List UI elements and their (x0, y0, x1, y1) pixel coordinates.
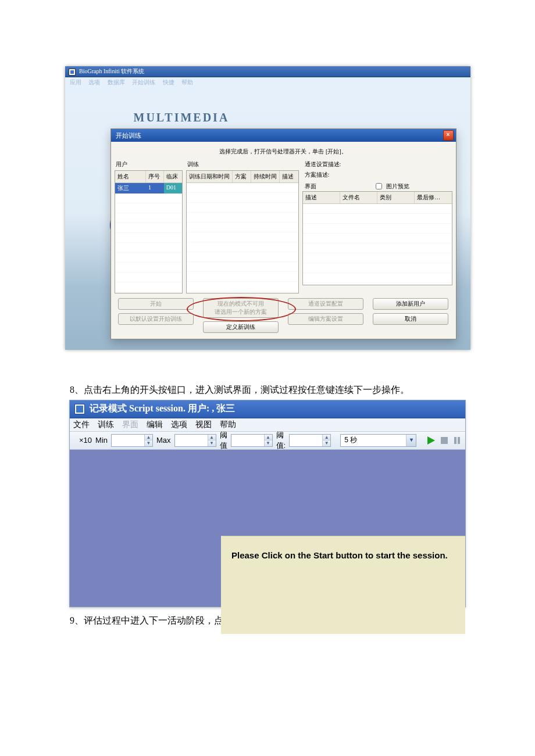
spin-up-icon[interactable]: ▲ (208, 435, 216, 441)
min-spinner[interactable]: ▲▼ (111, 434, 153, 447)
app-menubar: 应用 选项 数据库 开始训练 快捷 帮助 (65, 77, 470, 88)
spin-down-icon[interactable]: ▼ (144, 440, 152, 446)
app-title: BioGraph Infiniti 软件系统 (79, 68, 144, 74)
screenshot-record-mode: 记录模式 Script session. 用户: , 张三 文件 训练 界面 编… (69, 400, 466, 607)
label-train: 训练 (187, 160, 299, 169)
col-datetime: 训练日期和时间 (187, 171, 233, 182)
train-grid[interactable]: 训练日期和时间 方案 持续时间 描述 (186, 170, 299, 293)
max-input[interactable] (175, 435, 208, 446)
channel-config-button: 通道设置配置 (288, 298, 363, 310)
svg-rect-3 (458, 437, 460, 444)
start-banner-text: Please Click on the Start button to star… (231, 550, 448, 560)
start-button: 开始 (118, 298, 194, 310)
pause-icon (453, 436, 461, 445)
menu-option[interactable]: 选项 (171, 420, 187, 430)
cancel-button[interactable]: 取消 (373, 313, 448, 325)
checkbox-preview-label: 图片预览 (386, 182, 409, 191)
label-screen: 界面 (305, 182, 316, 191)
label-scale: ×10 (79, 436, 92, 445)
label-min: Min (95, 436, 108, 445)
col-desc: 描述 (280, 171, 298, 182)
dialog-title: 开始训练 (116, 129, 141, 142)
step8-text: 8、点击右上角的开头按钮口，进入测试界面，测试过程按任意键连续下一步操作。 (70, 382, 465, 397)
user-grid[interactable]: 姓名 序号 临床 张三 1 D01 (115, 170, 183, 293)
record-toolbar: ×10 Min ▲▼ Max ▲▼ 阈值 ▲▼ 阈值: ▲▼ (70, 432, 465, 450)
spin-down-icon[interactable]: ▼ (208, 440, 216, 446)
col-r-type: 类别 (377, 192, 415, 203)
checkbox-preview-input[interactable] (376, 183, 382, 189)
min-input[interactable] (112, 435, 144, 446)
menu-train[interactable]: 训练 (98, 420, 114, 430)
stop-icon (440, 436, 448, 445)
dialog-close-button[interactable]: × (443, 130, 454, 141)
spin-down-icon[interactable]: ▼ (264, 440, 272, 446)
plan-config-button: 编辑方案设置 (288, 313, 363, 325)
max-spinner[interactable]: ▲▼ (174, 434, 216, 447)
screenshot-biograph: BioGraph Infiniti 软件系统 应用 选项 数据库 开始训练 快捷… (65, 66, 470, 350)
start-training-dialog: 开始训练 × 选择完成后，打开信号处理器开关，单击 [开始]。 用户 姓名 序号… (110, 128, 456, 339)
spin-up-icon[interactable]: ▲ (322, 435, 330, 441)
record-canvas: Please Click on the Start button to star… (70, 450, 465, 607)
menu-edit[interactable]: 编辑 (147, 420, 163, 430)
add-user-button[interactable]: 添加新用户 (373, 298, 448, 310)
dropdown-icon[interactable]: ▾ (406, 435, 416, 446)
svg-marker-0 (427, 436, 435, 445)
record-menubar: 文件 训练 界面 编辑 选项 视图 帮助 (70, 418, 465, 432)
menu-view[interactable]: 视图 (195, 420, 212, 430)
app-icon (74, 404, 85, 414)
script-unavailable-button: 现在的模式不可用 请选用一个新的方案 (203, 298, 279, 318)
menu-options[interactable]: 选项 (88, 79, 100, 85)
col-plan: 方案 (233, 171, 252, 182)
screen-grid[interactable]: 描述 文件名 类别 最后修… (302, 191, 452, 285)
brand-text: MULTIMEDIA (134, 111, 230, 124)
label-threshold2: 阈值: (276, 430, 286, 451)
record-titlebar: 记录模式 Script session. 用户: , 张三 (70, 400, 465, 418)
record-title: 记录模式 Script session. 用户: , 张三 (90, 403, 235, 415)
user-row-selected[interactable]: 张三 1 D01 (115, 183, 182, 194)
dialog-hint: 选择完成后，打开信号处理器开关，单击 [开始]。 (115, 148, 452, 156)
threshold1-input[interactable] (231, 435, 264, 446)
app-titlebar: BioGraph Infiniti 软件系统 (65, 66, 470, 77)
spin-up-icon[interactable]: ▲ (144, 435, 152, 441)
threshold2-spinner[interactable]: ▲▼ (289, 434, 331, 447)
label-user: 用户 (116, 160, 183, 169)
stop-button (440, 434, 449, 447)
play-button[interactable] (426, 434, 436, 447)
col-r-file: 文件名 (340, 192, 377, 203)
spin-up-icon[interactable]: ▲ (264, 435, 272, 441)
pause-button (452, 434, 462, 447)
svg-rect-2 (454, 437, 456, 444)
menu-app[interactable]: 应用 (70, 79, 81, 85)
time-combo[interactable]: 5 秒 ▾ (340, 434, 416, 447)
col-clinic: 临床 (164, 171, 181, 182)
menu-screen: 界面 (122, 420, 138, 430)
col-duration: 持续时间 (251, 171, 280, 182)
time-combo-value: 5 秒 (341, 435, 406, 445)
menu-database[interactable]: 数据库 (108, 79, 125, 85)
app-icon (69, 69, 76, 76)
default-start-button: 以默认设置开始训练 (118, 313, 194, 325)
dialog-titlebar: 开始训练 × (111, 129, 456, 142)
define-training-button[interactable]: 定义新训练 (203, 321, 279, 333)
threshold1-spinner[interactable]: ▲▼ (231, 434, 273, 447)
label-plan-desc: 方案描述: (305, 171, 452, 179)
menu-file[interactable]: 文件 (73, 420, 90, 430)
threshold2-input[interactable] (290, 435, 322, 446)
play-icon (426, 436, 436, 445)
start-banner: Please Click on the Start button to star… (221, 536, 465, 634)
menu-help[interactable]: 帮助 (181, 79, 193, 85)
menu-help[interactable]: 帮助 (220, 420, 236, 430)
brand-logo: MULTIMEDIA (134, 111, 250, 127)
menu-shortcut[interactable]: 快捷 (163, 79, 174, 85)
label-channel-desc: 通道设置描述: (305, 160, 452, 169)
label-threshold1: 阈值 (220, 430, 227, 451)
menu-start[interactable]: 开始训练 (132, 79, 155, 85)
col-r-mod: 最后修… (415, 192, 451, 203)
col-name: 姓名 (115, 171, 147, 182)
checkbox-preview[interactable]: 图片预览 (373, 181, 409, 191)
spin-down-icon[interactable]: ▼ (322, 440, 330, 446)
svg-rect-1 (441, 437, 448, 444)
col-seq: 序号 (146, 171, 164, 182)
col-r-desc: 描述 (303, 192, 340, 203)
label-max: Max (156, 436, 171, 445)
